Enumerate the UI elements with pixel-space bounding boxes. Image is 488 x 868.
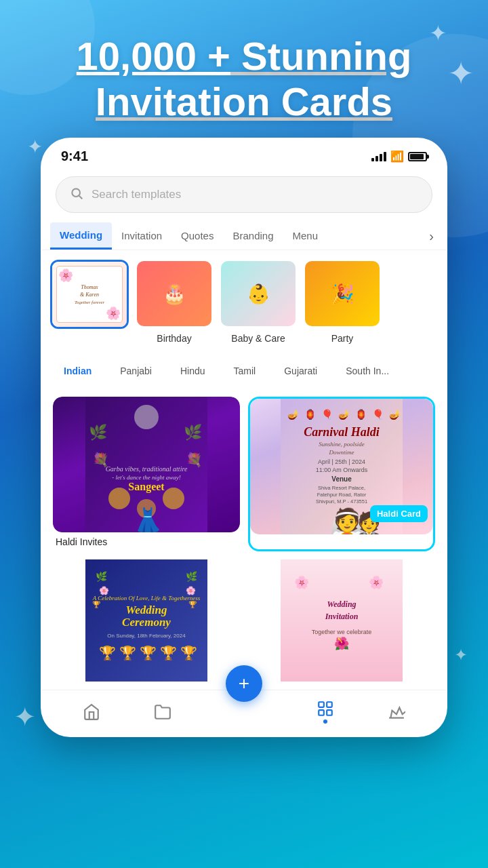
category-wedding-thumb: 🌸 Thomas& KarenTogether forever 🌸 <box>50 260 129 329</box>
svg-text:Venue: Venue <box>331 475 352 483</box>
svg-text:On Sunday, 18th February, 2024: On Sunday, 18th February, 2024 <box>107 633 186 639</box>
status-icons: 📶 <box>371 150 427 163</box>
svg-text:🪔: 🪔 <box>338 409 350 420</box>
category-birthday[interactable]: 🎂 Birthday <box>136 260 213 344</box>
card-sangeet-image: 🌿 🌿 💐 💐 Garba vibes, traditional attire … <box>53 397 240 532</box>
nav-crown[interactable] <box>388 703 405 721</box>
search-icon <box>70 186 83 203</box>
svg-text:Wedding: Wedding <box>327 599 356 609</box>
filter-indian[interactable]: Indian <box>53 360 102 382</box>
grid-icon <box>317 700 334 717</box>
svg-text:Sangeet: Sangeet <box>128 481 165 493</box>
svg-text:🌿: 🌿 <box>96 571 108 583</box>
category-baby-care[interactable]: 👶 Baby & Care <box>220 260 297 344</box>
svg-text:🏆: 🏆 <box>180 645 197 661</box>
categories-section: 🌸 Thomas& KarenTogether forever 🌸 🎂 Birt… <box>42 250 446 353</box>
nav-home[interactable] <box>83 703 100 721</box>
tab-menu[interactable]: Menu <box>283 223 328 250</box>
category-birthday-label: Birthday <box>157 333 191 344</box>
svg-text:Invitation: Invitation <box>325 612 359 621</box>
svg-text:🏆: 🏆 <box>140 645 157 661</box>
card-sangeet[interactable]: 🌿 🌿 💐 💐 Garba vibes, traditional attire … <box>53 397 240 551</box>
hero-section: 10,000 + Stunning Invitation Cards <box>0 0 488 138</box>
tab-branding[interactable]: Branding <box>223 223 283 250</box>
wifi-icon: 📶 <box>390 150 404 163</box>
svg-text:🌿: 🌿 <box>89 423 108 441</box>
svg-rect-58 <box>327 703 332 708</box>
filter-panjabi[interactable]: Panjabi <box>109 360 163 382</box>
category-baby-label: Baby & Care <box>231 333 285 344</box>
category-party[interactable]: 🎉 Party <box>304 260 381 344</box>
svg-text:🏆: 🏆 <box>99 645 116 661</box>
svg-text:👗: 👗 <box>133 506 163 532</box>
nav-grid[interactable] <box>317 700 334 724</box>
filter-tamil[interactable]: Tamil <box>223 360 267 382</box>
svg-point-3 <box>134 405 159 429</box>
svg-text:Downtime: Downtime <box>329 449 354 456</box>
filter-south-indian[interactable]: South In... <box>335 360 400 382</box>
nav-grid-dot <box>323 719 327 724</box>
svg-text:🪔: 🪔 <box>287 409 300 420</box>
card-wedding-ceremony[interactable]: 🌿 🌿 🌸 🌸 🏆 🏆 A Celebration Of Love, Life … <box>53 559 240 682</box>
nav-folder[interactable] <box>154 703 171 721</box>
tab-invitation[interactable]: Invitation <box>112 223 171 250</box>
crown-icon <box>388 703 405 721</box>
svg-text:A Celebration Of Love, Life & : A Celebration Of Love, Life & Togetherne… <box>92 595 201 601</box>
search-placeholder-text: Search templates <box>92 188 181 201</box>
tab-quotes[interactable]: Quotes <box>171 223 223 250</box>
svg-point-0 <box>72 189 80 197</box>
svg-text:Carnival Haldi: Carnival Haldi <box>304 425 380 439</box>
home-icon <box>83 703 100 721</box>
hero-title-line2: Invitation Cards <box>96 79 392 123</box>
search-bar[interactable]: Search templates <box>56 176 432 213</box>
card-haldi[interactable]: 🪔 🏮 🎈 🪔 🏮 🎈 🪔 Carnival Haldi Sunshine, p… <box>248 397 435 551</box>
svg-text:🎈: 🎈 <box>321 409 333 420</box>
svg-text:🌸: 🌸 <box>99 585 109 595</box>
svg-text:🌿: 🌿 <box>184 423 203 441</box>
svg-text:Shiva Resort Palace,: Shiva Resort Palace, <box>318 485 365 491</box>
svg-text:🏮: 🏮 <box>304 409 317 420</box>
svg-text:🎈: 🎈 <box>372 409 384 420</box>
category-party-label: Party <box>331 333 354 344</box>
svg-text:11:00 Am Onwards: 11:00 Am Onwards <box>316 467 368 473</box>
svg-rect-59 <box>319 711 324 716</box>
filter-hindu[interactable]: Hindu <box>169 360 216 382</box>
svg-text:🏮: 🏮 <box>355 409 367 420</box>
hero-title-line1: 10,000 + Stunning <box>77 34 412 78</box>
tab-bar: Wedding Invitation Quotes Branding Menu … <box>42 222 446 250</box>
category-birthday-thumb: 🎂 <box>136 260 213 328</box>
haldi-card-badge: Haldi Card <box>370 505 428 522</box>
svg-text:Sunshine, poolside: Sunshine, poolside <box>319 441 365 448</box>
status-bar: 9:41 📶 <box>42 139 446 170</box>
category-wedding[interactable]: 🌸 Thomas& KarenTogether forever 🌸 <box>50 260 129 344</box>
svg-text:🏆: 🏆 <box>119 645 136 661</box>
svg-point-8 <box>108 488 130 509</box>
filter-gujarati[interactable]: Gujarati <box>273 360 328 382</box>
svg-text:🌿: 🌿 <box>186 571 198 583</box>
category-baby-thumb: 👶 <box>220 260 297 328</box>
svg-text:Garba vibes, traditional attir: Garba vibes, traditional attire <box>106 465 188 473</box>
svg-line-1 <box>79 196 83 199</box>
svg-point-10 <box>163 488 184 509</box>
fab-add-button[interactable]: + <box>226 665 262 702</box>
phone-mockup: 9:41 📶 Search templates <box>41 138 447 737</box>
signal-icon <box>371 152 386 161</box>
svg-text:Ceremony: Ceremony <box>122 616 171 629</box>
battery-icon <box>408 152 427 161</box>
svg-text:🏆: 🏆 <box>160 645 177 661</box>
search-section: Search templates <box>42 170 446 222</box>
svg-text:🌸: 🌸 <box>186 585 196 595</box>
svg-text:Wedding: Wedding <box>125 604 167 616</box>
folder-icon <box>154 703 171 721</box>
svg-rect-57 <box>319 703 324 708</box>
svg-text:Together we celebrate: Together we celebrate <box>312 629 372 635</box>
tab-wedding[interactable]: Wedding <box>50 222 112 250</box>
filter-pills: Indian Panjabi Hindu Tamil Gujarati Sout… <box>42 353 446 389</box>
svg-text:Shivpuri, M.P - 473551: Shivpuri, M.P - 473551 <box>316 498 367 505</box>
svg-text:🌸: 🌸 <box>369 575 384 590</box>
svg-text:🪔: 🪔 <box>389 409 401 420</box>
tab-more-chevron[interactable]: › <box>425 224 438 248</box>
category-party-thumb: 🎉 <box>304 260 381 328</box>
hero-highlighted-text: 10,000 + <box>77 34 230 78</box>
card-partial[interactable]: 🌸 🌸 Wedding Invitation Together we celeb… <box>248 559 435 682</box>
